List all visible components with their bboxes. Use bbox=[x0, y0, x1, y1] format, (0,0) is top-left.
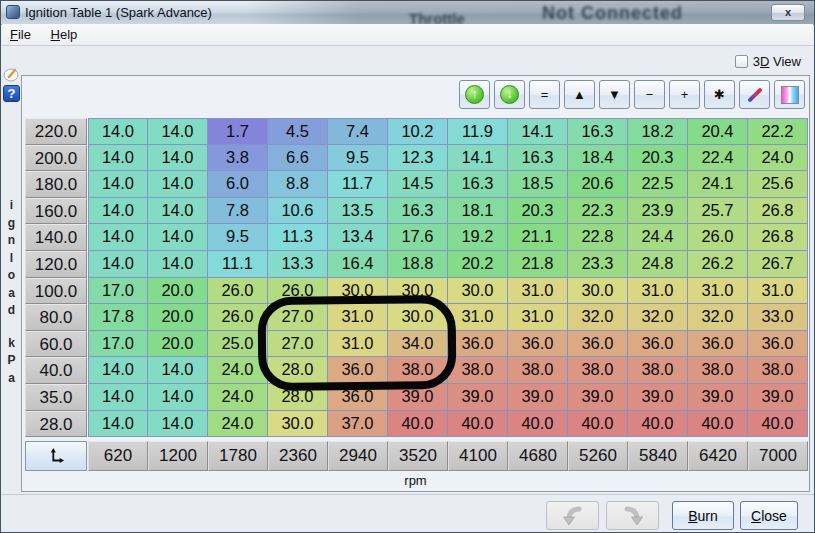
table-cell[interactable]: 24.0 bbox=[208, 384, 268, 411]
table-cell[interactable]: 22.4 bbox=[688, 145, 748, 172]
table-cell[interactable]: 7.4 bbox=[328, 118, 388, 145]
table-cell[interactable]: 23.3 bbox=[568, 251, 628, 278]
rpm-column-header[interactable]: 2940 bbox=[328, 441, 388, 471]
increase-value-button[interactable]: ▲ bbox=[564, 80, 595, 109]
rpm-column-header[interactable]: 1780 bbox=[208, 441, 268, 471]
table-cell[interactable]: 14.5 bbox=[388, 171, 448, 198]
load-row-header[interactable]: 180.0 bbox=[25, 171, 87, 198]
table-cell[interactable]: 36.0 bbox=[688, 331, 748, 358]
table-cell[interactable]: 39.0 bbox=[508, 384, 568, 411]
table-cell[interactable]: 17.6 bbox=[388, 224, 448, 251]
table-cell[interactable]: 12.3 bbox=[388, 145, 448, 172]
table-cell[interactable]: 8.8 bbox=[268, 171, 328, 198]
table-cell[interactable]: 30.0 bbox=[328, 278, 388, 305]
table-cell[interactable]: 38.0 bbox=[388, 357, 448, 384]
table-cell[interactable]: 26.0 bbox=[268, 278, 328, 305]
decrease-value-button[interactable]: ▼ bbox=[599, 80, 630, 109]
burn-button[interactable]: Burn bbox=[672, 501, 734, 530]
table-cell[interactable]: 20.2 bbox=[448, 251, 508, 278]
table-cell[interactable]: 31.0 bbox=[328, 331, 388, 358]
table-cell[interactable]: 13.3 bbox=[268, 251, 328, 278]
load-row-header[interactable]: 120.0 bbox=[25, 251, 87, 278]
load-row-header[interactable]: 200.0 bbox=[25, 145, 87, 172]
table-cell[interactable]: 16.3 bbox=[448, 171, 508, 198]
table-cell[interactable]: 14.0 bbox=[88, 224, 148, 251]
table-cell[interactable]: 18.4 bbox=[568, 145, 628, 172]
table-cell[interactable]: 39.0 bbox=[568, 384, 628, 411]
table-cell[interactable]: 1.7 bbox=[208, 118, 268, 145]
rpm-column-header[interactable]: 7000 bbox=[748, 441, 808, 471]
table-cell[interactable]: 40.0 bbox=[568, 411, 628, 438]
heatmap-toggle-button[interactable] bbox=[774, 80, 805, 109]
table-cell[interactable]: 31.0 bbox=[508, 278, 568, 305]
table-cell[interactable]: 21.1 bbox=[508, 224, 568, 251]
redo-button[interactable] bbox=[606, 501, 659, 530]
menu-file[interactable]: File bbox=[2, 24, 39, 42]
rpm-column-header[interactable]: 4100 bbox=[448, 441, 508, 471]
table-cell[interactable]: 39.0 bbox=[448, 384, 508, 411]
table-cell[interactable]: 18.5 bbox=[508, 171, 568, 198]
table-cell[interactable]: 31.0 bbox=[748, 278, 808, 305]
table-cell[interactable]: 14.1 bbox=[448, 145, 508, 172]
table-cell[interactable]: 36.0 bbox=[568, 331, 628, 358]
table-cell[interactable]: 38.0 bbox=[748, 357, 808, 384]
table-cell[interactable]: 30.0 bbox=[388, 304, 448, 331]
table-cell[interactable]: 24.0 bbox=[208, 357, 268, 384]
menu-help[interactable]: Help bbox=[43, 24, 86, 42]
help-icon[interactable]: ? bbox=[3, 85, 20, 102]
load-row-header[interactable]: 220.0 bbox=[25, 118, 87, 145]
table-cell[interactable]: 18.2 bbox=[628, 118, 688, 145]
table-cell[interactable]: 26.8 bbox=[748, 224, 808, 251]
table-cell[interactable]: 21.8 bbox=[508, 251, 568, 278]
shift-values-up-button[interactable]: ↑ bbox=[459, 80, 490, 109]
minus-button[interactable]: − bbox=[634, 80, 665, 109]
table-cell[interactable]: 14.0 bbox=[148, 224, 208, 251]
table-cell[interactable]: 28.0 bbox=[268, 357, 328, 384]
table-cell[interactable]: 3.8 bbox=[208, 145, 268, 172]
table-cell[interactable]: 6.0 bbox=[208, 171, 268, 198]
table-cell[interactable]: 20.3 bbox=[628, 145, 688, 172]
table-cell[interactable]: 14.0 bbox=[148, 118, 208, 145]
table-cell[interactable]: 14.0 bbox=[148, 145, 208, 172]
load-row-header[interactable]: 140.0 bbox=[25, 224, 87, 251]
rpm-column-header[interactable]: 4680 bbox=[508, 441, 568, 471]
table-cell[interactable]: 34.0 bbox=[388, 331, 448, 358]
table-cell[interactable]: 14.0 bbox=[88, 411, 148, 438]
table-cell[interactable]: 17.8 bbox=[88, 304, 148, 331]
load-row-header[interactable]: 80.0 bbox=[25, 304, 87, 331]
table-cell[interactable]: 38.0 bbox=[448, 357, 508, 384]
table-cell[interactable]: 17.0 bbox=[88, 278, 148, 305]
table-cell[interactable]: 22.5 bbox=[628, 171, 688, 198]
rpm-column-header[interactable]: 1200 bbox=[148, 441, 208, 471]
table-cell[interactable]: 22.8 bbox=[568, 224, 628, 251]
table-cell[interactable]: 31.0 bbox=[448, 304, 508, 331]
table-cell[interactable]: 23.9 bbox=[628, 198, 688, 225]
plus-button[interactable]: + bbox=[669, 80, 700, 109]
table-cell[interactable]: 36.0 bbox=[448, 331, 508, 358]
table-cell[interactable]: 26.8 bbox=[748, 198, 808, 225]
table-cell[interactable]: 33.0 bbox=[748, 304, 808, 331]
rpm-column-header[interactable]: 6420 bbox=[688, 441, 748, 471]
table-cell[interactable]: 14.0 bbox=[148, 384, 208, 411]
table-cell[interactable]: 19.2 bbox=[448, 224, 508, 251]
table-cell[interactable]: 16.4 bbox=[328, 251, 388, 278]
table-cell[interactable]: 16.3 bbox=[508, 145, 568, 172]
close-button[interactable]: Close bbox=[740, 501, 798, 530]
table-cell[interactable]: 30.0 bbox=[268, 411, 328, 438]
table-cell[interactable]: 11.7 bbox=[328, 171, 388, 198]
table-cell[interactable]: 14.0 bbox=[88, 145, 148, 172]
table-cell[interactable]: 20.0 bbox=[148, 278, 208, 305]
checkbox-icon[interactable] bbox=[735, 55, 748, 68]
load-row-header[interactable]: 160.0 bbox=[25, 198, 87, 225]
table-cell[interactable]: 18.1 bbox=[448, 198, 508, 225]
table-cell[interactable]: 26.0 bbox=[688, 224, 748, 251]
table-cell[interactable]: 20.3 bbox=[508, 198, 568, 225]
table-cell[interactable]: 20.0 bbox=[148, 331, 208, 358]
table-cell[interactable]: 9.5 bbox=[328, 145, 388, 172]
table-cell[interactable]: 14.0 bbox=[88, 384, 148, 411]
table-cell[interactable]: 32.0 bbox=[688, 304, 748, 331]
table-cell[interactable]: 26.7 bbox=[748, 251, 808, 278]
table-cell[interactable]: 32.0 bbox=[628, 304, 688, 331]
table-cell[interactable]: 20.6 bbox=[568, 171, 628, 198]
table-cell[interactable]: 17.0 bbox=[88, 331, 148, 358]
